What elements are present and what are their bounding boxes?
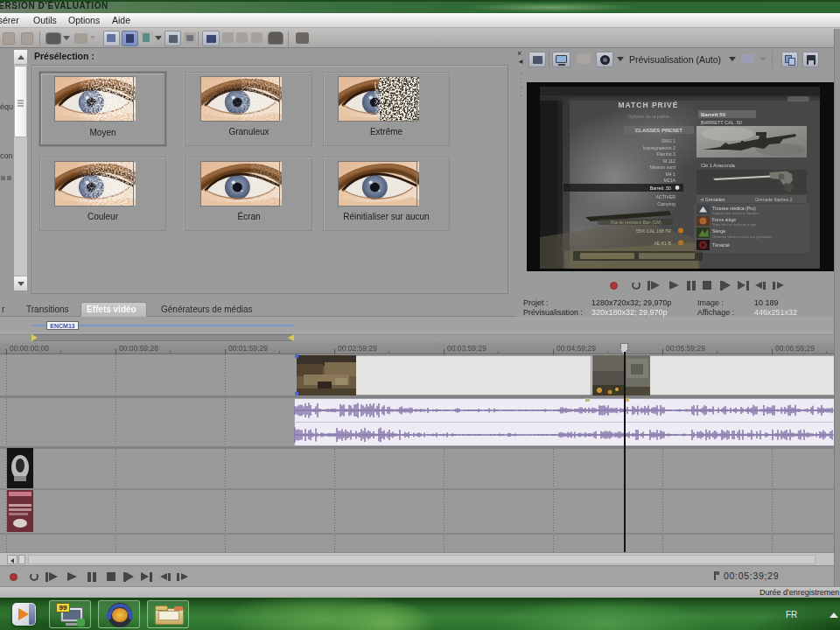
svg-text:Trousse médica (Pro): Trousse médica (Pro) [712, 206, 756, 211]
svg-text:AE-81-B: AE-81-B [654, 241, 671, 246]
svg-text:Barrett .50: Barrett .50 [650, 186, 671, 191]
svg-text:Flambo 3: Flambo 3 [656, 151, 676, 157]
svg-text:Mission nord: Mission nord [650, 164, 676, 170]
svg-text:Grenade flashes 2: Grenade flashes 2 [755, 197, 793, 202]
svg-text:M21A: M21A [663, 178, 676, 183]
svg-text:Camping: Camping [657, 201, 676, 206]
svg-text:Obtenez trêves munis sur grena: Obtenez trêves munis sur grenades [712, 234, 772, 239]
svg-text:BARRETT CAL .50: BARRETT CAL .50 [701, 120, 742, 125]
svg-text:Imprégnations 2: Imprégnations 2 [643, 145, 676, 150]
svg-text:CLASSES PRESET: CLASSES PRESET [635, 128, 682, 133]
svg-text:⊲ Grenades: ⊲ Grenades [700, 197, 725, 202]
svg-text:SMG 1: SMG 1 [662, 138, 676, 144]
svg-text:Fus de précision Barr (CM): Fus de précision Barr (CM) [611, 220, 662, 225]
svg-text:Largue une trousse réparée: Largue une trousse réparée [712, 211, 760, 215]
svg-text:M4 1: M4 1 [665, 172, 676, 177]
svg-text:ACTIVER: ACTIVER [656, 194, 676, 200]
svg-text:Force siège: Force siège [712, 217, 736, 222]
svg-text:Options de la partie: Options de la partie [627, 114, 669, 119]
svg-text:Clé 1 Anaconda: Clé 1 Anaconda [701, 163, 736, 168]
svg-text:M.112: M.112 [663, 158, 676, 164]
svg-text:Ténacité: Ténacité [712, 242, 730, 248]
svg-text:MATCH PRIVÉ: MATCH PRIVÉ [619, 101, 679, 109]
svg-text:Tirez les tirs extra plus vite: Tirez les tirs extra plus vite [712, 222, 757, 227]
svg-text:Barrett 50: Barrett 50 [701, 112, 726, 117]
svg-text:55% CAL 168 TR: 55% CAL 168 TR [636, 228, 671, 234]
svg-text:Sierga: Sierga [712, 228, 725, 234]
